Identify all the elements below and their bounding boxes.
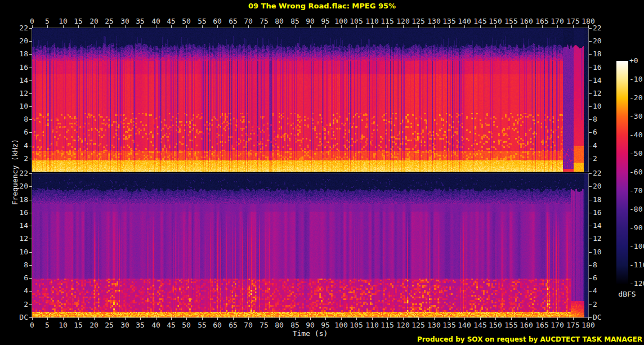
time-tick-bottom bbox=[125, 317, 126, 320]
freq-tick-label-right: 10 bbox=[593, 102, 613, 110]
time-tick-bottom bbox=[310, 317, 311, 320]
freq-tick-right bbox=[589, 41, 592, 42]
freq-tick-label-right: 6 bbox=[593, 274, 613, 282]
colorbar-tick-label: -60 bbox=[629, 168, 644, 176]
time-tick-bottom bbox=[202, 317, 203, 320]
time-tick-label-bottom: 180 bbox=[579, 321, 598, 329]
freq-tick-right bbox=[589, 132, 592, 133]
freq-tick-left bbox=[29, 159, 32, 159]
freq-tick-label-right: 18 bbox=[593, 196, 613, 204]
freq-tick-left bbox=[29, 304, 32, 305]
time-tick-bottom bbox=[233, 317, 234, 320]
time-tick-top bbox=[557, 25, 558, 28]
freq-tick-left bbox=[29, 68, 32, 68]
freq-tick-label-right: 8 bbox=[593, 261, 613, 269]
time-tick-bottom bbox=[372, 317, 373, 320]
time-tick-top bbox=[403, 25, 404, 28]
time-tick-bottom bbox=[526, 317, 527, 320]
freq-tick-left bbox=[29, 265, 32, 266]
time-tick-bottom bbox=[511, 317, 512, 320]
freq-tick-right bbox=[589, 278, 592, 279]
time-tick-top bbox=[372, 25, 373, 28]
freq-tick-left bbox=[29, 252, 32, 253]
freq-tick-left bbox=[29, 146, 32, 146]
freq-tick-left bbox=[29, 278, 32, 279]
freq-tick-label-left: 20 bbox=[8, 182, 28, 190]
spectrogram-canvas-channel-1 bbox=[32, 28, 588, 172]
time-tick-bottom bbox=[171, 317, 172, 320]
freq-tick-label-left: 12 bbox=[8, 89, 28, 97]
time-tick-bottom bbox=[341, 317, 342, 320]
time-tick-bottom bbox=[32, 317, 33, 320]
freq-tick-right bbox=[589, 146, 592, 146]
time-tick-top bbox=[434, 25, 435, 28]
colorbar-tick-label: -30 bbox=[629, 113, 644, 120]
freq-tick-left bbox=[29, 106, 32, 107]
time-tick-bottom bbox=[186, 317, 187, 320]
time-tick-bottom bbox=[418, 317, 419, 320]
time-tick-bottom bbox=[387, 317, 388, 320]
time-tick-top bbox=[279, 25, 280, 28]
time-tick-bottom bbox=[47, 317, 48, 320]
time-tick-top bbox=[47, 25, 48, 28]
freq-tick-left bbox=[29, 93, 32, 94]
freq-tick-left bbox=[29, 173, 32, 174]
freq-tick-right bbox=[589, 159, 592, 159]
freq-tick-label-right: 10 bbox=[593, 248, 613, 256]
freq-tick-left bbox=[29, 213, 32, 213]
time-tick-top bbox=[480, 25, 481, 28]
freq-tick-label-left: 18 bbox=[8, 196, 28, 204]
freq-tick-label-right: 18 bbox=[593, 50, 613, 58]
freq-tick-right bbox=[589, 252, 592, 253]
time-tick-top bbox=[341, 25, 342, 28]
colorbar-tick-label: -40 bbox=[629, 131, 644, 139]
time-tick-bottom bbox=[109, 317, 110, 320]
freq-tick-label-left: 14 bbox=[8, 222, 28, 230]
freq-tick-label-left: 12 bbox=[8, 235, 28, 243]
time-tick-top bbox=[295, 25, 296, 28]
spectrogram-canvas-channel-2 bbox=[32, 173, 588, 317]
freq-tick-left bbox=[29, 239, 32, 239]
time-tick-bottom bbox=[573, 317, 574, 320]
colorbar-tick-label: -80 bbox=[629, 205, 644, 213]
freq-tick-label-left: 16 bbox=[8, 209, 28, 217]
freq-tick-label-left: 2 bbox=[8, 301, 28, 308]
freq-tick-label-right: 4 bbox=[593, 142, 613, 150]
freq-tick-right bbox=[589, 213, 592, 213]
spectrogram-figure: 09 The Wrong Road.flac: MPEG 95% Frequen… bbox=[0, 0, 644, 345]
time-tick-bottom bbox=[264, 317, 265, 320]
time-tick-top bbox=[542, 25, 543, 28]
freq-tick-right bbox=[589, 173, 592, 174]
freq-tick-label-right: 12 bbox=[593, 89, 613, 97]
freq-tick-left bbox=[29, 317, 32, 318]
time-tick-bottom bbox=[403, 317, 404, 320]
time-tick-top bbox=[63, 25, 64, 28]
freq-tick-left bbox=[29, 226, 32, 226]
freq-tick-label-right: 16 bbox=[593, 64, 613, 71]
time-tick-top bbox=[202, 25, 203, 28]
time-tick-top bbox=[264, 25, 265, 28]
colorbar-tick-label: -20 bbox=[629, 94, 644, 102]
freq-tick-right bbox=[589, 200, 592, 200]
time-tick-top bbox=[32, 25, 33, 28]
time-tick-top bbox=[78, 25, 79, 28]
time-tick-top bbox=[248, 25, 249, 28]
freq-tick-right bbox=[589, 239, 592, 239]
time-tick-top bbox=[511, 25, 512, 28]
freq-tick-label-left: 8 bbox=[8, 115, 28, 123]
freq-tick-label-right: 2 bbox=[593, 301, 613, 308]
freq-tick-right bbox=[589, 106, 592, 107]
time-tick-bottom bbox=[356, 317, 357, 320]
freq-tick-right bbox=[589, 304, 592, 305]
colorbar-tick-label: -120 bbox=[629, 280, 644, 288]
time-tick-bottom bbox=[217, 317, 218, 320]
freq-tick-label-left: 14 bbox=[8, 77, 28, 84]
freq-tick-label-left: 6 bbox=[8, 274, 28, 282]
time-tick-top bbox=[186, 25, 187, 28]
time-tick-top bbox=[356, 25, 357, 28]
colorbar-tick-label: -100 bbox=[629, 243, 644, 250]
freq-tick-label-right: 22 bbox=[593, 169, 613, 177]
freq-tick-left bbox=[29, 132, 32, 133]
freq-tick-label-right: 20 bbox=[593, 37, 613, 45]
time-tick-bottom bbox=[557, 317, 558, 320]
